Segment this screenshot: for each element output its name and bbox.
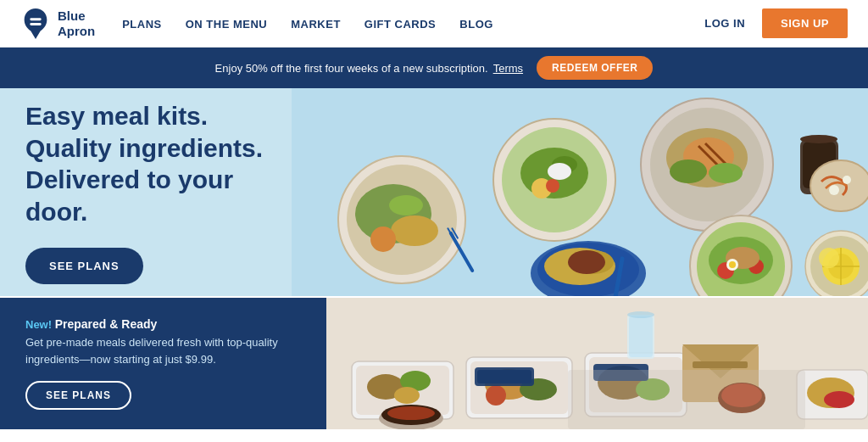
svg-point-53 bbox=[819, 248, 839, 268]
promo-text: Enjoy 50% off the first four weeks of a … bbox=[215, 62, 488, 75]
svg-point-18 bbox=[548, 163, 571, 180]
prepared-food-illustration bbox=[326, 298, 868, 429]
nav-market[interactable]: MARKET bbox=[291, 18, 341, 31]
svg-point-8 bbox=[389, 195, 423, 215]
svg-point-32 bbox=[843, 176, 851, 184]
svg-point-6 bbox=[391, 215, 438, 246]
signup-button[interactable]: SIGN UP bbox=[762, 8, 848, 38]
svg-rect-70 bbox=[477, 370, 531, 383]
svg-point-85 bbox=[824, 391, 854, 408]
svg-rect-1 bbox=[30, 23, 41, 25]
svg-point-79 bbox=[627, 311, 654, 318]
svg-rect-86 bbox=[568, 370, 805, 429]
lower-section: New! Prepared & Ready Get pre-made meals… bbox=[0, 298, 868, 429]
redeem-offer-button[interactable]: REDEEM OFFER bbox=[537, 56, 653, 80]
svg-point-30 bbox=[810, 160, 868, 211]
nav-links: PLANS ON THE MENU MARKET GIFT CARDS BLOG bbox=[122, 16, 704, 31]
svg-point-37 bbox=[568, 250, 605, 274]
blue-apron-logo-icon bbox=[20, 7, 51, 41]
svg-point-26 bbox=[709, 163, 743, 183]
svg-rect-78 bbox=[629, 316, 653, 357]
svg-point-31 bbox=[829, 185, 839, 195]
nav-plans[interactable]: PLANS bbox=[122, 18, 162, 31]
logo-text: Blue Apron bbox=[58, 8, 95, 39]
svg-point-46 bbox=[729, 261, 736, 268]
nav-blog[interactable]: BLOG bbox=[459, 18, 493, 31]
svg-point-7 bbox=[370, 227, 396, 252]
svg-point-17 bbox=[546, 179, 559, 193]
svg-point-64 bbox=[486, 385, 506, 406]
hero-image bbox=[292, 88, 868, 296]
new-label: New! Prepared & Ready bbox=[25, 317, 301, 331]
hero-food-illustration bbox=[292, 88, 868, 296]
logo-link[interactable]: Blue Apron bbox=[20, 7, 95, 41]
svg-point-59 bbox=[394, 387, 420, 404]
svg-point-25 bbox=[670, 159, 707, 183]
nav-gift-cards[interactable]: GIFT CARDS bbox=[364, 18, 436, 31]
promo-banner: Enjoy 50% off the first four weeks of a … bbox=[0, 48, 868, 88]
terms-link[interactable]: Terms bbox=[493, 62, 523, 75]
svg-point-82 bbox=[387, 406, 435, 420]
hero-section: Easy meal kits. Quality ingredients. Del… bbox=[0, 88, 868, 296]
prepared-food-image bbox=[326, 298, 868, 429]
nav-right: LOG IN SIGN UP bbox=[704, 8, 848, 38]
svg-rect-0 bbox=[30, 18, 41, 20]
nav-on-the-menu[interactable]: ON THE MENU bbox=[186, 18, 268, 31]
login-button[interactable]: LOG IN bbox=[704, 17, 745, 30]
prepared-title: Prepared & Ready bbox=[55, 317, 158, 331]
svg-rect-74 bbox=[693, 361, 748, 368]
see-plans-button[interactable]: SEE PLANS bbox=[25, 248, 143, 284]
navbar: Blue Apron PLANS ON THE MENU MARKET GIFT… bbox=[0, 0, 868, 48]
prepared-see-plans-button[interactable]: SEE PLANS bbox=[25, 381, 131, 410]
svg-point-29 bbox=[800, 135, 837, 143]
hero-text-area: Easy meal kits. Quality ingredients. Del… bbox=[0, 88, 314, 296]
prepared-card: New! Prepared & Ready Get pre-made meals… bbox=[0, 298, 326, 429]
prepared-description: Get pre-made meals delivered fresh with … bbox=[25, 334, 301, 367]
hero-heading: Easy meal kits. Quality ingredients. Del… bbox=[25, 100, 288, 227]
